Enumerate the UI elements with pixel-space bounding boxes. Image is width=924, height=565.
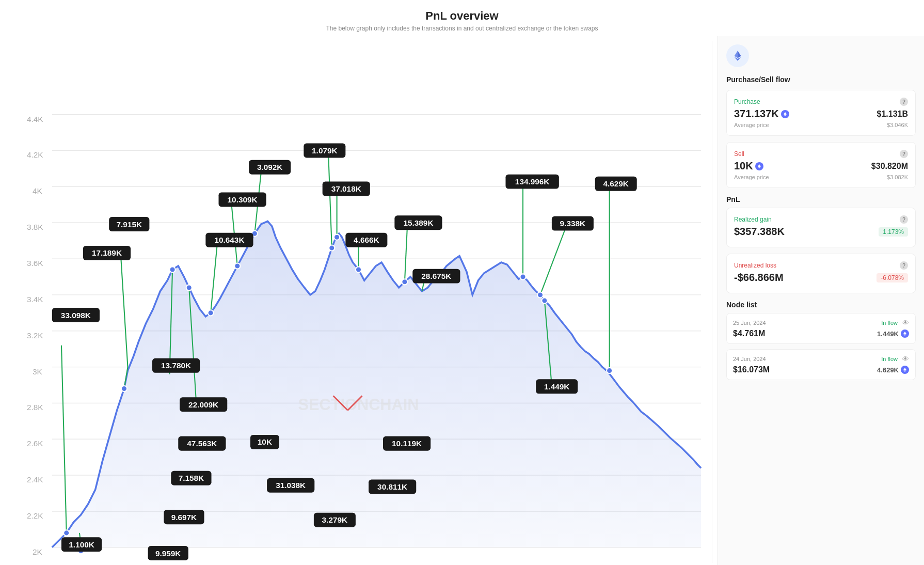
y-label-8: 3.6K: [27, 259, 43, 268]
realized-gain-label: Realized gain: [734, 216, 772, 223]
sell-avg-value: $3.082K: [887, 174, 908, 180]
node-list-title: Node list: [726, 301, 916, 309]
svg-text:134.996K: 134.996K: [515, 177, 550, 186]
svg-text:9.697K: 9.697K: [171, 513, 197, 522]
unrealized-loss-info-icon[interactable]: ?: [900, 261, 908, 270]
purchase-card: Purchase ? 371.137K $1.131B Average pric…: [726, 90, 916, 136]
node-flow-0: In flow: [881, 320, 898, 326]
data-point: [186, 285, 192, 290]
y-label-4: 2.8K: [27, 403, 43, 412]
svg-text:47.563K: 47.563K: [187, 439, 217, 448]
realized-gain-card: Realized gain ? $357.388K 1.173%: [726, 208, 916, 247]
data-point: [541, 298, 547, 304]
y-label-9: 3.8K: [27, 223, 43, 231]
eth-badge-node0: [901, 329, 909, 338]
pnl-title: PnL: [726, 195, 916, 203]
svg-text:4.629K: 4.629K: [603, 179, 629, 188]
svg-text:7.158K: 7.158K: [179, 474, 204, 482]
chart-wrapper: 2K 2.2K 2.4K 2.6K 2.8K 3K 3.2K 3.4K 3.6K…: [5, 41, 712, 563]
data-point: [402, 279, 407, 285]
data-point: [537, 292, 543, 297]
sell-label: Sell: [734, 150, 744, 158]
page-title: PnL overview: [0, 9, 924, 23]
sell-info-icon[interactable]: ?: [900, 150, 908, 158]
chart-area: 2K 2.2K 2.4K 2.6K 2.8K 3K 3.2K 3.4K 3.6K…: [0, 36, 718, 565]
node-eth-1: 4.629K: [877, 366, 909, 374]
svg-text:28.675K: 28.675K: [421, 272, 451, 280]
data-point: [520, 274, 525, 279]
svg-text:1.449K: 1.449K: [544, 382, 570, 391]
y-label-2: 2.4K: [27, 475, 43, 484]
node-eye-icon-0[interactable]: 👁: [902, 319, 909, 327]
y-label-1: 2.2K: [27, 511, 43, 520]
y-label-6: 3.2K: [27, 331, 43, 340]
purchase-info-icon[interactable]: ?: [900, 98, 908, 106]
svg-text:3.279K: 3.279K: [322, 515, 348, 524]
data-point: [208, 310, 214, 316]
svg-text:31.038K: 31.038K: [276, 481, 306, 490]
node-eth-0: 1.449K: [877, 329, 909, 338]
svg-text:3.092K: 3.092K: [257, 163, 283, 171]
y-label-12: 4.4K: [27, 115, 43, 123]
data-point: [607, 368, 612, 373]
svg-text:22.009K: 22.009K: [188, 400, 218, 409]
node-date-0: 25 Jun, 2024: [733, 320, 766, 326]
chart-controls: Inflow Outflow Amount Group by: 1 day ▾: [5, 563, 712, 565]
svg-text:13.780K: 13.780K: [161, 361, 191, 370]
ethereum-icon: [731, 49, 744, 62]
label-1100k: 1.100K: [69, 540, 94, 549]
data-point: [63, 530, 69, 536]
svg-line-20: [211, 237, 218, 313]
eth-icon-circle: [726, 44, 749, 67]
svg-line-21: [231, 197, 237, 266]
y-label-5: 3K: [33, 367, 43, 376]
unrealized-loss-value: -$66.866M: [734, 272, 784, 284]
y-label-10: 4K: [33, 186, 43, 195]
unrealized-loss-card: Unrealized loss ? -$66.866M -6.078%: [726, 254, 916, 293]
node-flow-1: In flow: [881, 356, 898, 362]
purchase-avg-value: $3.046K: [887, 122, 908, 128]
eth-badge-sell: [755, 162, 763, 170]
data-point: [334, 234, 340, 240]
eth-badge-purchase: [781, 110, 789, 118]
node-usd-1: $16.073M: [733, 365, 770, 374]
svg-text:30.811K: 30.811K: [377, 482, 407, 491]
node-eye-icon-1[interactable]: 👁: [902, 355, 909, 363]
svg-text:9.959K: 9.959K: [155, 549, 181, 558]
sell-card: Sell ? 10K $30.820M Average price $3.082…: [726, 142, 916, 188]
svg-text:4.666K: 4.666K: [354, 236, 379, 244]
realized-gain-badge: 1.173%: [879, 227, 908, 237]
y-label-11: 4.2K: [27, 151, 43, 160]
purchase-avg-label: Average price: [734, 122, 769, 128]
svg-text:15.389K: 15.389K: [403, 218, 433, 227]
sell-avg-label: Average price: [734, 174, 769, 180]
page-subtitle: The below graph only includes the transa…: [0, 25, 924, 32]
purchase-sell-title: Purchase/Sell flow: [726, 75, 916, 84]
data-point: [121, 386, 127, 391]
purchase-usd-value: $1.131B: [877, 109, 909, 119]
sell-eth-value: 10K: [734, 160, 763, 172]
eth-badge-node1: [901, 366, 909, 374]
unrealized-loss-label: Unrealized loss: [734, 262, 776, 269]
data-point: [356, 266, 361, 272]
main-content: 2K 2.2K 2.4K 2.6K 2.8K 3K 3.2K 3.4K 3.6K…: [0, 36, 924, 565]
purchase-label: Purchase: [734, 98, 760, 105]
sell-usd-value: $30.820M: [871, 162, 908, 171]
purchase-eth-value: 371.137K: [734, 108, 789, 120]
node-item-0: 25 Jun, 2024 In flow 👁 $4.761M 1.449K: [726, 313, 916, 344]
svg-text:7.915K: 7.915K: [117, 220, 142, 229]
svg-text:33.098K: 33.098K: [61, 311, 91, 320]
realized-gain-info-icon[interactable]: ?: [900, 215, 908, 224]
svg-text:10.309K: 10.309K: [228, 195, 258, 204]
data-point: [329, 245, 334, 251]
realized-gain-value: $357.388K: [734, 226, 785, 238]
y-label-7: 3.4K: [27, 295, 43, 304]
sidebar: Purchase/Sell flow Purchase ? 371.137K $…: [718, 36, 924, 565]
svg-text:10K: 10K: [258, 437, 272, 446]
svg-line-28: [405, 221, 408, 281]
node-usd-0: $4.761M: [733, 329, 765, 338]
node-item-1: 24 Jun, 2024 In flow 👁 $16.073M 4.629K: [726, 349, 916, 380]
svg-text:9.338K: 9.338K: [560, 219, 586, 228]
data-point: [170, 266, 176, 272]
svg-text:1.079K: 1.079K: [312, 146, 338, 155]
